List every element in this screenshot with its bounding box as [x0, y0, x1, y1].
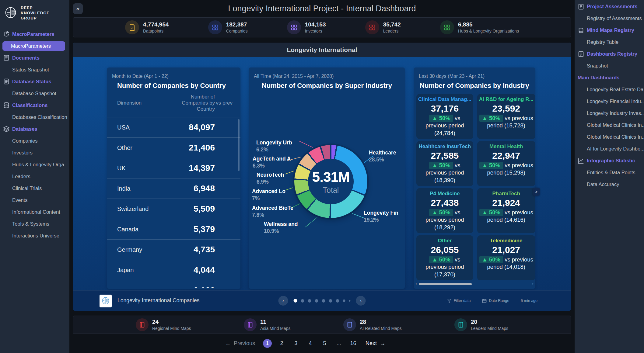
carousel-controls: ‹ ›: [278, 291, 366, 311]
kpi-comparison: ▲ 50% vs previous period (15,728): [479, 115, 534, 130]
kpi-title: Telemedicine: [479, 238, 534, 244]
table-row: Germany 4,735: [107, 240, 240, 260]
sidebar-item[interactable]: Documents: [0, 52, 69, 64]
page-number[interactable]: 16: [349, 339, 358, 348]
sidebar-item[interactable]: Global Medical Clinics In...: [575, 119, 644, 131]
sidebar-item[interactable]: Data Accuracy: [575, 178, 644, 190]
sidebar-item[interactable]: Global Medical Clinics In...: [575, 131, 644, 143]
sidebar-item-icon: [578, 51, 584, 57]
next-page-button[interactable]: Next →: [366, 340, 385, 347]
card-period: All Time (Mar 24, 2015 - Apr 7, 2028): [249, 67, 405, 79]
kpi-value: 27,438: [418, 198, 471, 208]
carousel-dot[interactable]: [343, 299, 345, 302]
kpi-tile: Telemedicine 21,027 ▲ 50% vs previous pe…: [477, 235, 535, 280]
donut-center: 5.31M Total: [308, 159, 354, 204]
stat-icon: [365, 20, 379, 34]
sidebar-item[interactable]: Infographic Statistic: [575, 155, 644, 167]
sidebar-item[interactable]: Registry of Assessments: [575, 12, 644, 24]
carousel-prev-button[interactable]: ‹: [278, 296, 288, 306]
carousel-next-button[interactable]: ›: [356, 296, 366, 306]
page-number[interactable]: 4: [306, 339, 315, 348]
sidebar-item[interactable]: AI for Longevity Dashbo...: [575, 143, 644, 155]
carousel-dot[interactable]: [349, 300, 351, 302]
sidebar-item-label: Entities & Data Points: [587, 170, 635, 175]
carousel-dot[interactable]: [315, 299, 318, 303]
delta-badge: ▲ 50%: [479, 256, 503, 263]
scrollbar-thumb[interactable]: [419, 283, 472, 285]
carousel-dot[interactable]: [301, 299, 304, 303]
carousel-dot[interactable]: [329, 299, 332, 303]
carousel-tools: Filter data Date Range 5 min ago: [447, 291, 537, 311]
sidebar-item[interactable]: Entities & Data Points: [575, 167, 644, 178]
sidebar-item[interactable]: MacroParameters: [0, 28, 69, 40]
sidebar-item[interactable]: Longevity Real Estate Da...: [575, 84, 644, 95]
page-number[interactable]: 1: [263, 339, 272, 348]
kpi-comparison: ▲ 50% vs previous period (14,616): [479, 209, 534, 224]
sidebar-item[interactable]: Classifications: [0, 99, 69, 111]
page-number[interactable]: 5: [320, 339, 329, 348]
previous-value: (15,728): [504, 122, 525, 129]
sidebar-item[interactable]: Main Dashboards: [575, 72, 644, 84]
vertical-scrollbar[interactable]: [238, 119, 240, 171]
calendar-icon: [482, 299, 487, 303]
sidebar-item[interactable]: Tools & Systems: [0, 218, 69, 230]
kpi-comparison: ▲ 50% vs previous period (18,390): [418, 162, 471, 184]
companies-by-country-card: Month to Date (Apr 1 - 22) Number of Com…: [107, 67, 240, 289]
sidebar-item[interactable]: Project Assessments: [575, 1, 644, 12]
sidebar-item-icon: [3, 102, 10, 109]
previous-value: (15,298): [504, 169, 525, 176]
sidebar-item-icon: [578, 157, 584, 164]
sidebar-item[interactable]: Events: [0, 194, 69, 206]
sidebar-item[interactable]: Status Snapshot: [0, 64, 69, 76]
sidebar-item-label: Database Status: [12, 79, 51, 85]
sidebar-item-label: Clinical Trials: [12, 185, 42, 191]
sidebar-item[interactable]: Longevity Industry Inves...: [575, 107, 644, 119]
kpi-title: P4 Medicine: [418, 191, 471, 197]
kpi-comparison: ▲ 50% vs previous period (18,292): [418, 209, 471, 231]
sidebar-item-label: Snapshot: [587, 63, 608, 69]
sidebar-item[interactable]: Databases: [0, 123, 69, 135]
sidebar-item[interactable]: Database Snapshot: [0, 88, 69, 99]
horizontal-scrollbar[interactable]: ◂ ▸: [416, 283, 533, 286]
industry-tiles: Clinical Data Manag... 37,176 ▲ 50% vs p…: [416, 94, 533, 280]
stat-value: 4,774,954: [143, 21, 169, 28]
sidebar-item[interactable]: Informational Content: [0, 206, 69, 218]
sidebar-item[interactable]: Interactions Universe: [0, 230, 69, 242]
page-number[interactable]: 2: [277, 339, 286, 348]
country-value: 14,397: [163, 163, 215, 173]
sidebar-item[interactable]: Dashboards Registry: [575, 48, 644, 60]
right-sidebar: Project Assessments Registry of Assessme…: [575, 0, 644, 353]
cards-next-button[interactable]: >: [533, 188, 540, 196]
carousel-dot[interactable]: [308, 299, 311, 303]
previous-page-button[interactable]: ← Previous: [225, 340, 255, 347]
sidebar-item[interactable]: Databases Classification: [0, 111, 69, 123]
mindmap-icon: [244, 318, 257, 331]
sidebar-item[interactable]: Leaders: [0, 171, 69, 182]
sidebar-item[interactable]: Registry Table: [575, 36, 644, 48]
carousel-dot[interactable]: [322, 299, 325, 303]
date-range-button[interactable]: Date Range: [482, 299, 509, 303]
scroll-left-arrow[interactable]: ◂: [415, 282, 417, 285]
carousel-dot[interactable]: [336, 299, 339, 303]
page-number[interactable]: 3: [292, 339, 300, 348]
donut-label: Advanced Lo 7%: [252, 188, 285, 202]
sidebar-item[interactable]: Investors: [0, 147, 69, 159]
sidebar-item[interactable]: Hubs & Longevity Orga...: [0, 159, 69, 171]
sidebar-item[interactable]: Companies: [0, 135, 69, 147]
filter-data-button[interactable]: Filter data: [447, 299, 471, 303]
sidebar-item[interactable]: MacroParameters: [2, 41, 65, 51]
scroll-right-arrow[interactable]: ▸: [532, 282, 534, 285]
sidebar-item-label: MacroParameters: [11, 43, 51, 49]
donut-label: Advanced BioTe 7.8%: [252, 205, 293, 219]
collapse-sidebar-button[interactable]: «: [73, 3, 83, 14]
sidebar-item[interactable]: Clinical Trials: [0, 182, 69, 194]
carousel-dot-active[interactable]: [294, 299, 297, 303]
sidebar-item-icon: [578, 3, 584, 10]
mindmap-stat: 28 AI Related Mind Maps: [343, 318, 402, 331]
sidebar-item[interactable]: Snapshot: [575, 60, 644, 72]
sidebar-item[interactable]: Database Status: [0, 76, 69, 88]
sidebar-item[interactable]: Longevity Financial Indu...: [575, 95, 644, 107]
page-number[interactable]: ...: [334, 339, 343, 348]
sidebar-item-icon: [3, 78, 10, 85]
sidebar-item[interactable]: Mind Maps Registry: [575, 24, 644, 36]
